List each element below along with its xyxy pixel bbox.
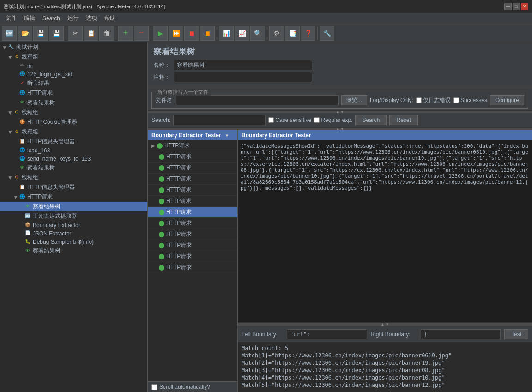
http-item-0[interactable]: ▶ HTTP请求 — [148, 140, 237, 151]
tree-item-load163[interactable]: 🌐 load_163 — [0, 146, 147, 155]
tree-item-viewtree-selected[interactable]: 👁 察看结果树 — [0, 202, 147, 211]
arrow-view3 — [18, 248, 24, 254]
name-input[interactable] — [174, 60, 312, 70]
match-2: Match[2]="https://www.12306.cn/index/ima… — [242, 360, 528, 366]
tree-item-tg3[interactable]: ▼ ⚙ 线程组 — [0, 127, 147, 137]
menu-search[interactable]: Search — [39, 14, 64, 23]
http-item-9[interactable]: HTTP请求 — [148, 240, 237, 251]
http-label-9: HTTP请求 — [166, 241, 192, 249]
toolbar-cut[interactable]: ✂ — [68, 26, 83, 41]
tree-item-send163[interactable]: 🌐 send_name_keys_to_163 — [0, 155, 147, 163]
toolbar-remove[interactable]: − — [134, 26, 149, 41]
icon-load163: 🌐 — [18, 147, 26, 154]
spacer-8 — [151, 231, 157, 238]
tree-item-view1[interactable]: 👁 察看结果树 — [0, 98, 147, 108]
toolbar-remote-start[interactable]: 📊 — [219, 26, 234, 41]
http-item-7[interactable]: HTTP请求 — [148, 218, 237, 229]
filename-input[interactable] — [176, 95, 339, 105]
http-item-4[interactable]: HTTP请求 — [148, 185, 237, 196]
tree-item-boundary[interactable]: 📦 Boundary Extractor — [0, 221, 147, 229]
tree-item-assert[interactable]: ✓ 断言结果 — [0, 78, 147, 88]
http-item-8[interactable]: HTTP请求 — [148, 229, 237, 240]
search-input[interactable] — [173, 115, 266, 125]
toolbar-new[interactable]: 🆕 — [2, 26, 17, 41]
http-label-3: HTTP请求 — [166, 175, 192, 183]
close-button[interactable]: ✕ — [521, 3, 528, 10]
success-checkbox[interactable] — [453, 97, 459, 103]
tree-item-header2[interactable]: 📋 HTTP信息头管理器 — [0, 182, 147, 192]
toolbar-options[interactable]: 🔧 — [320, 26, 334, 41]
http-item-1[interactable]: HTTP请求 — [148, 151, 237, 163]
tree-item-json[interactable]: 📄 JSON Extractor — [0, 229, 147, 238]
maximize-button[interactable]: □ — [513, 3, 520, 10]
tree-item-126login[interactable]: 🌐 126_login_get_sid — [0, 70, 147, 78]
arrow-assert — [13, 80, 18, 87]
dropdown-icon-left[interactable]: ▼ — [225, 133, 230, 138]
name-row: 名称： — [153, 60, 526, 70]
menu-options[interactable]: 选项 — [82, 13, 101, 23]
toolbar-copy[interactable]: 📋 — [84, 26, 98, 41]
browse-button[interactable]: 浏览... — [341, 95, 367, 105]
http-item-5[interactable]: HTTP请求 — [148, 196, 237, 207]
tree-item-http1[interactable]: 🌐 HTTP请求 — [0, 88, 147, 98]
test-button[interactable]: Test — [504, 329, 528, 339]
tree-item-regex[interactable]: 🔤 正则表达式提取器 — [0, 211, 147, 221]
tree-item-testplan[interactable]: ▼ 🔧 测试计划 — [0, 42, 147, 52]
tree-item-threadgroup1[interactable]: ▼ ⚙ 线程组 — [0, 52, 147, 62]
tree-item-ini[interactable]: ✏ ini — [0, 62, 147, 70]
http-item-3[interactable]: HTTP请求 — [148, 174, 237, 185]
left-boundary-input[interactable] — [287, 329, 367, 339]
http-dot-6 — [159, 210, 164, 215]
tree-item-debug[interactable]: 🐛 Debug Sampler-b-${info} — [0, 238, 147, 246]
configure-button[interactable]: Configure — [490, 95, 524, 105]
tree-item-view3[interactable]: 👁 察看结果树 — [0, 246, 147, 256]
toolbar-delete[interactable]: 🗑 — [99, 26, 114, 41]
toolbar-remote-stop[interactable]: 📈 — [235, 26, 249, 41]
toolbar-templates[interactable]: ⚙ — [269, 26, 284, 41]
file-group: 所有数据写入一个文件 文件名 浏览... Log/Display Only: 仅… — [151, 92, 528, 109]
tree-item-tg4[interactable]: ▼ ⚙ 线程组 — [0, 173, 147, 182]
toolbar-saveas[interactable]: 💾 — [49, 26, 64, 41]
menu-run[interactable]: 运行 — [64, 13, 82, 23]
minimize-button[interactable]: — — [504, 3, 512, 10]
http-label-0: HTTP请求 — [164, 142, 190, 150]
toolbar: 🆕 📂 💾 💾 ✂ 📋 🗑 + − ▶ ⏩ ⏹ ⏹ 📊 📈 🔍 ⚙ 📑 ❓ 🔧 — [0, 24, 532, 42]
toolbar-log[interactable]: 📑 — [285, 26, 300, 41]
toolbar-stop[interactable]: ⏹ — [184, 26, 199, 41]
toolbar-help[interactable]: ❓ — [301, 26, 315, 41]
case-sensitive-checkbox[interactable] — [268, 117, 274, 123]
comment-input[interactable] — [174, 72, 312, 82]
label-http1: HTTP请求 — [27, 89, 53, 97]
toolbar-start[interactable]: ▶ — [153, 26, 168, 41]
http-item-6[interactable]: HTTP请求 — [148, 207, 237, 218]
search-button[interactable]: Search — [355, 115, 387, 125]
toolbar-start-no-pause[interactable]: ⏩ — [169, 26, 183, 41]
toolbar-remote-shutdown[interactable]: 🔍 — [250, 26, 265, 41]
tree-item-header1[interactable]: 📋 HTTP信息头管理器 — [0, 137, 147, 146]
tree-item-httpreq-main[interactable]: ▼ 🌐 HTTP请求 — [0, 192, 147, 202]
toolbar-shutdown[interactable]: ⏹ — [200, 26, 215, 41]
spacer-6 — [151, 209, 157, 216]
http-item-2[interactable]: HTTP请求 — [148, 163, 237, 174]
response-content[interactable]: {"validateMessagesShowId":"_validatorMes… — [238, 140, 532, 322]
regex-checkbox[interactable] — [314, 117, 320, 123]
toolbar-open[interactable]: 📂 — [18, 26, 32, 41]
http-item-11[interactable]: HTTP请求 — [148, 262, 237, 273]
toolbar-add[interactable]: + — [118, 26, 133, 41]
tree-item-tg2[interactable]: ▼ ⚙ 线程组 — [0, 108, 147, 117]
arrow-json — [18, 230, 24, 237]
right-boundary-input[interactable] — [421, 329, 501, 339]
icon-tg4: ⚙ — [13, 175, 20, 181]
reset-button[interactable]: Reset — [389, 115, 417, 125]
toolbar-save[interactable]: 💾 — [33, 26, 48, 41]
arrow-send163 — [13, 156, 18, 162]
http-item-10[interactable]: HTTP请求 — [148, 251, 237, 262]
menu-edit[interactable]: 编辑 — [20, 13, 39, 23]
response-divider[interactable]: ▲ ▼ — [238, 322, 532, 326]
scroll-auto-checkbox[interactable] — [151, 384, 157, 390]
menu-file[interactable]: 文件 — [2, 13, 20, 23]
tree-item-cookie[interactable]: 🍪 HTTP Cookie管理器 — [0, 117, 147, 127]
menu-help[interactable]: 帮助 — [101, 13, 119, 23]
error-checkbox[interactable] — [416, 97, 422, 103]
tree-item-view2[interactable]: 👁 察看结果树 — [0, 163, 147, 173]
